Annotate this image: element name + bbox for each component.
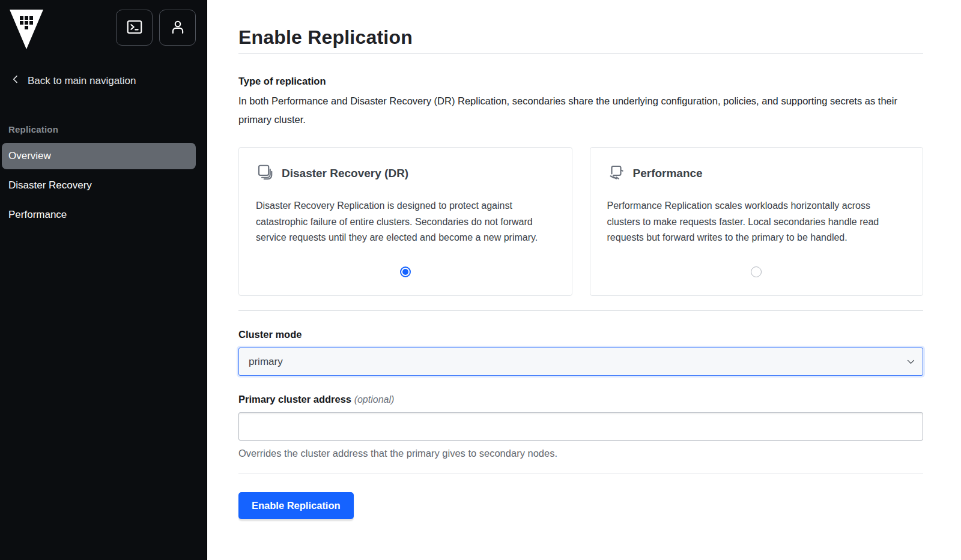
- sidebar-toolbar: [116, 10, 196, 46]
- card-title: Disaster Recovery (DR): [282, 167, 408, 180]
- card-description: Performance Replication scales workloads…: [607, 198, 906, 246]
- enable-replication-button[interactable]: Enable Replication: [238, 492, 354, 519]
- nav-list: Overview Disaster Recovery Performance: [0, 143, 207, 231]
- nav-item-label: Overview: [8, 150, 51, 162]
- cluster-mode-select[interactable]: primary: [238, 348, 923, 376]
- primary-cluster-address-input[interactable]: [238, 412, 923, 441]
- copies-icon: [256, 163, 274, 184]
- footer-divider: [238, 474, 923, 474]
- fast-document-icon: [607, 163, 625, 184]
- vault-logo: [10, 10, 43, 52]
- sidebar-item-overview[interactable]: Overview: [2, 143, 196, 169]
- app-window: Back to main navigation Replication Over…: [0, 0, 961, 560]
- nav-section-label: Replication: [8, 124, 207, 134]
- replication-type-cards: Disaster Recovery (DR) Disaster Recovery…: [238, 147, 923, 296]
- section-divider: [238, 310, 923, 311]
- main-content: Enable Replication Type of replication I…: [207, 0, 961, 560]
- nav-item-label: Performance: [8, 209, 67, 221]
- card-description: Disaster Recovery Replication is designe…: [256, 198, 555, 246]
- radio-disaster-recovery[interactable]: [400, 266, 411, 277]
- cluster-mode-label: Cluster mode: [238, 329, 923, 340]
- nav-item-label: Disaster Recovery: [8, 179, 92, 191]
- type-of-replication-description: In both Performance and Disaster Recover…: [238, 92, 908, 129]
- sidebar-header: [0, 0, 207, 52]
- terminal-icon: [126, 18, 144, 38]
- primary-cluster-address-label: Primary cluster address (optional): [238, 394, 923, 405]
- sidebar-item-performance[interactable]: Performance: [2, 202, 196, 228]
- console-button[interactable]: [116, 10, 153, 46]
- cluster-mode-value: primary: [249, 356, 283, 368]
- back-to-main-navigation[interactable]: Back to main navigation: [11, 74, 207, 87]
- page-title: Enable Replication: [238, 26, 923, 54]
- card-disaster-recovery[interactable]: Disaster Recovery (DR) Disaster Recovery…: [238, 147, 572, 296]
- back-link-label: Back to main navigation: [28, 75, 136, 87]
- type-of-replication-label: Type of replication: [238, 76, 923, 87]
- card-performance[interactable]: Performance Performance Replication scal…: [590, 147, 924, 296]
- chevron-left-icon: [11, 74, 20, 87]
- user-icon: [169, 18, 187, 38]
- optional-tag: (optional): [354, 394, 395, 405]
- radio-performance[interactable]: [751, 266, 762, 277]
- primary-cluster-address-helper: Overrides the cluster address that the p…: [238, 448, 923, 459]
- user-menu-button[interactable]: [159, 10, 196, 46]
- sidebar-item-disaster-recovery[interactable]: Disaster Recovery: [2, 172, 196, 199]
- sidebar: Back to main navigation Replication Over…: [0, 0, 207, 560]
- card-title: Performance: [633, 167, 703, 180]
